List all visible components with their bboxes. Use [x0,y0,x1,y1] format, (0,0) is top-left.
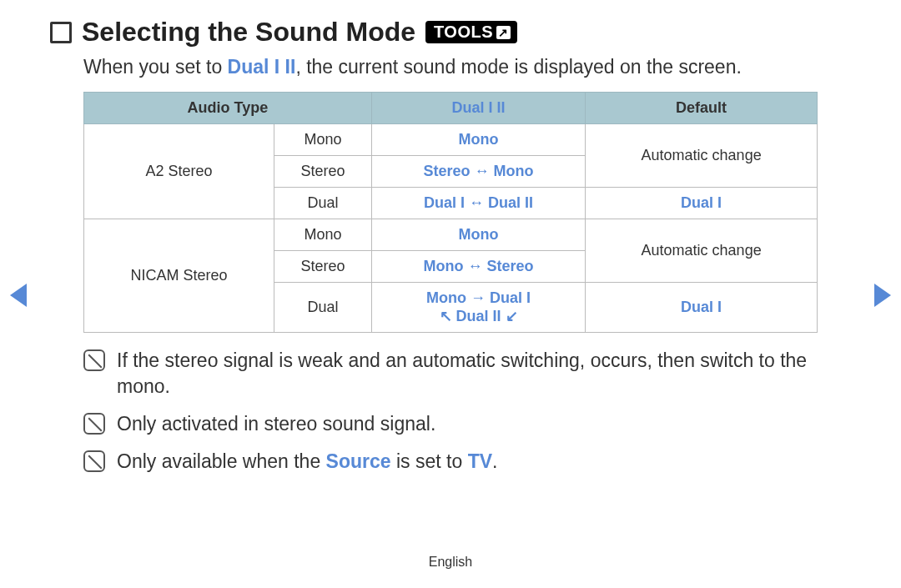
note3-prefix: Only available when the [117,450,326,472]
cell-default: Dual I [586,283,818,333]
cell-type: Dual [274,188,372,219]
cell-dual-line1: Mono → Dual I [377,289,580,307]
note-icon [83,349,105,371]
note-icon [83,450,105,472]
cell-type: Dual [274,283,372,333]
note-item: Only activated in stereo sound signal. [83,411,851,437]
intro-highlight: Dual I II [228,56,296,78]
cell-type: Stereo [274,156,372,188]
note-item: Only available when the Source is set to… [83,449,851,475]
cell-type: Mono [274,219,372,251]
th-default: Default [586,93,818,124]
cell-dual: Mono [371,219,585,251]
tools-badge-label: TOOLS [434,23,493,42]
section-icon [50,22,72,43]
group-label-nicam: NICAM Stereo [84,219,274,333]
nav-prev-icon[interactable] [10,284,27,307]
cell-dual: Stereo ↔ Mono [371,156,585,188]
note-text: If the stereo signal is weak and an auto… [117,348,851,400]
note3-source: Source [326,450,391,472]
table-row: NICAM Stereo Mono Mono Automatic change [84,219,818,251]
cell-default: Automatic change [586,219,818,283]
th-dual: Dual I II [371,93,585,124]
group-label-a2: A2 Stereo [84,124,274,219]
note-icon [83,413,105,435]
note-text: Only activated in stereo sound signal. [117,411,435,437]
note3-mid: is set to [391,450,468,472]
page-header: Selecting the Sound Mode TOOLS ↗ [50,17,851,48]
note3-tv: TV [468,450,492,472]
th-audio-type: Audio Type [84,93,372,124]
note3-suffix: . [492,450,497,472]
tools-glyph-icon: ↗ [496,26,511,39]
cell-dual: Mono → Dual I ↖ Dual II ↙ [371,283,585,333]
cell-dual: Dual I ↔ Dual II [371,188,585,219]
page-title: Selecting the Sound Mode [82,17,415,48]
sound-mode-table: Audio Type Dual I II Default A2 Stereo M… [83,92,818,333]
cell-type: Mono [274,124,372,156]
cell-dual: Mono ↔ Stereo [371,251,585,283]
nav-next-icon[interactable] [874,284,891,307]
cell-dual: Mono [371,124,585,156]
tools-badge: TOOLS ↗ [425,21,517,43]
intro-suffix: , the current sound mode is displayed on… [295,56,741,78]
intro-text: When you set to Dual I II, the current s… [83,56,851,78]
footer-language: English [0,555,901,570]
intro-prefix: When you set to [83,56,228,78]
cell-dual-line2: ↖ Dual II ↙ [377,307,580,325]
cell-type: Stereo [274,251,372,283]
note-item: If the stereo signal is weak and an auto… [83,348,851,400]
notes-list: If the stereo signal is weak and an auto… [83,348,851,475]
note-text: Only available when the Source is set to… [117,449,497,475]
cell-default: Dual I [586,188,818,219]
cell-default: Automatic change [586,124,818,188]
table-row: A2 Stereo Mono Mono Automatic change [84,124,818,156]
